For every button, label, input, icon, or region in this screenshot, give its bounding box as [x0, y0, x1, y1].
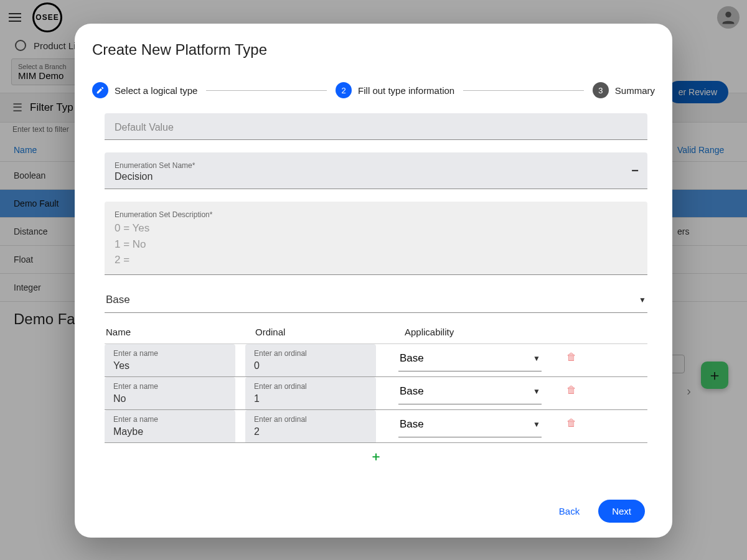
dialog-title: Create New Platform Type — [75, 41, 672, 61]
step-1[interactable]: Select a logical type — [92, 82, 197, 98]
chevron-down-icon: ▼ — [533, 387, 540, 396]
back-button[interactable]: Back — [555, 501, 583, 521]
step-2[interactable]: 2 Fill out type information — [336, 82, 454, 98]
base-applicability-select[interactable]: Base ▼ — [105, 287, 647, 313]
next-button[interactable]: Next — [598, 500, 645, 523]
chevron-down-icon: ▼ — [533, 420, 540, 429]
stepper: Select a logical type 2 Fill out type in… — [75, 61, 672, 110]
enum-name-input[interactable] — [105, 424, 235, 442]
enum-row: Enter a name Enter an ordinal Base ▼ 🗑 — [105, 344, 647, 377]
col-enum-name: Name — [106, 327, 255, 337]
trash-icon[interactable]: 🗑 — [566, 418, 576, 429]
enum-row: Enter a name Enter an ordinal Base ▼ 🗑 — [105, 377, 647, 410]
trash-icon[interactable]: 🗑 — [566, 352, 576, 363]
enum-applicability-select[interactable]: Base ▼ — [398, 348, 542, 371]
minus-icon[interactable]: − — [631, 164, 639, 178]
enum-applicability-select[interactable]: Base ▼ — [398, 414, 542, 437]
create-platform-type-dialog: Create New Platform Type Select a logica… — [75, 24, 672, 538]
enum-set-desc-field[interactable]: Enumeration Set Description* 0 = Yes 1 =… — [105, 202, 647, 275]
pencil-icon — [92, 82, 108, 98]
default-value-field[interactable]: Default Value — [105, 113, 647, 140]
chevron-down-icon: ▼ — [533, 354, 540, 363]
step-3[interactable]: 3 Summary — [593, 82, 655, 98]
enum-set-name-input[interactable] — [115, 171, 637, 182]
enum-ordinal-input[interactable] — [245, 391, 376, 409]
enum-ordinal-input[interactable] — [245, 358, 376, 376]
col-enum-applicability: Applicability — [405, 327, 646, 337]
enum-row: Enter a name Enter an ordinal Base ▼ 🗑 — [105, 410, 647, 443]
enum-ordinal-input[interactable] — [245, 424, 376, 442]
trash-icon[interactable]: 🗑 — [566, 385, 576, 396]
chevron-down-icon: ▼ — [639, 296, 646, 304]
add-enum-icon[interactable]: ＋ — [370, 449, 382, 463]
enum-set-name-field[interactable]: Enumeration Set Name* − — [105, 152, 647, 189]
enum-applicability-select[interactable]: Base ▼ — [398, 381, 542, 404]
enum-name-input[interactable] — [105, 391, 235, 409]
enum-name-input[interactable] — [105, 358, 235, 376]
col-enum-ordinal: Ordinal — [255, 327, 405, 337]
